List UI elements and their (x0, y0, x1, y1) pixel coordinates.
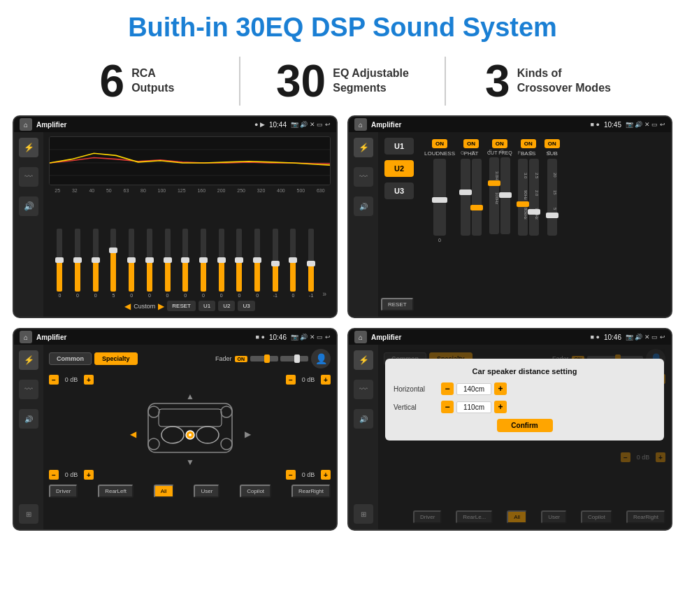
rear-left-plus[interactable]: + (84, 470, 94, 480)
screen2-u1-btn[interactable]: U1 (384, 138, 414, 155)
rear-right-val: 0 dB (298, 471, 319, 478)
screen4-title: Amplifier (371, 334, 586, 341)
screen3-filter-icon: ⚡ (24, 355, 34, 365)
u3-button[interactable]: U3 (238, 301, 254, 311)
settings-avatar[interactable]: 👤 (311, 349, 331, 368)
eq-prev-arrow[interactable]: ◀ (124, 301, 131, 311)
tab-common[interactable]: Common (49, 352, 92, 365)
eq-next-arrow[interactable]: ▶ (158, 301, 164, 311)
screen4-main-area: Common Specialty Fader ON 👤 (378, 345, 671, 529)
reset-button[interactable]: RESET (167, 301, 196, 311)
screen1-card: ⌂ Amplifier ● ▶ 10:44 📷 🔊 ✕ ▭ ↩ ⚡ 〰 🔊 (13, 115, 338, 318)
screen2-reset-btn[interactable]: RESET (381, 298, 414, 311)
bass-slider-g[interactable]: G 2.5 2.0 70kHz (529, 159, 539, 236)
cutfreq-thumb-f (488, 180, 500, 186)
screen3-vol-btn[interactable]: 🔊 (19, 409, 38, 429)
screen2-home-icon[interactable]: ⌂ (354, 118, 367, 131)
screen3-filter-btn[interactable]: ⚡ (19, 350, 38, 370)
eq-slider-1[interactable]: 0 (70, 229, 86, 298)
screen4-home-icon[interactable]: ⌂ (354, 331, 367, 343)
u1-button[interactable]: U1 (199, 301, 215, 311)
eq-slider-3[interactable]: 5 (106, 229, 122, 298)
stat-number-crossover: 3 (485, 59, 510, 103)
screen4-filter-btn[interactable]: ⚡ (354, 350, 373, 370)
rearright-btn[interactable]: RearRight (291, 485, 331, 498)
svg-point-11 (221, 406, 232, 417)
screen4-expand-icon: ⊞ (361, 510, 366, 518)
phat-slider-f[interactable]: F (472, 159, 482, 236)
front-right-plus[interactable]: + (321, 375, 331, 385)
eq-slider-8[interactable]: 0 (196, 229, 212, 298)
front-right-minus[interactable]: − (286, 375, 296, 385)
confirm-button[interactable]: Confirm (497, 419, 553, 432)
eq-slider-6[interactable]: 0 (159, 229, 175, 298)
loudness-thumb (432, 197, 447, 203)
rearleft-btn[interactable]: RearLeft (98, 485, 134, 498)
screen4-expand-btn[interactable]: ⊞ (354, 504, 373, 524)
screen3-wave-btn[interactable]: 〰 (19, 380, 38, 399)
screen2-wave-btn[interactable]: 〰 (354, 167, 373, 187)
screen4-time: 10:46 (604, 334, 621, 341)
eq-filter-btn[interactable]: ⚡ (19, 138, 38, 157)
eq-volume-btn[interactable]: 🔊 (19, 196, 38, 216)
screen4-wave-btn[interactable]: 〰 (354, 380, 373, 399)
screen2-body: ⚡ 〰 🔊 U1 U2 U3 RESET O (349, 132, 671, 317)
sub-thumb-g (546, 213, 558, 218)
horizontal-minus-btn[interactable]: − (441, 382, 454, 395)
rear-right-plus[interactable]: + (321, 470, 331, 480)
eq-slider-2[interactable]: 0 (87, 229, 103, 298)
screen2-u-buttons: U1 U2 U3 RESET (378, 132, 420, 317)
bass-thumb-f (517, 201, 529, 207)
wave-icon: 〰 (24, 172, 33, 182)
screen2-vol-btn[interactable]: 🔊 (354, 196, 373, 216)
cutfreq-slider-g[interactable]: G (500, 157, 510, 234)
phat-slider-g[interactable]: G (461, 159, 470, 236)
loudness-slider[interactable] (433, 159, 446, 236)
sub-slider-g[interactable]: G 20 15 5 (547, 159, 557, 236)
eq-slider-10[interactable]: 0 (231, 229, 247, 298)
driver-btn[interactable]: Driver (49, 485, 78, 498)
screen3-card: ⌂ Amplifier ■ ● 10:46 📷 🔊 ✕ ▭ ↩ ⚡ 〰 🔊 ⊞ (13, 328, 338, 531)
eq-slider-0[interactable]: 0 (52, 229, 68, 298)
front-left-plus[interactable]: + (84, 375, 94, 385)
speaker-spacer (162, 374, 218, 385)
eq-sliders-row[interactable]: 0 0 0 5 0 (49, 196, 331, 298)
screen2-u2-btn[interactable]: U2 (384, 160, 414, 177)
eq-slider-9[interactable]: 0 (213, 229, 229, 298)
screen2-filter-btn[interactable]: ⚡ (354, 138, 373, 157)
stat-rca: 6 RCA Outputs (42, 59, 232, 103)
svg-rect-5 (159, 409, 222, 427)
stat-crossover: 3 Kinds of Crossover Modes (453, 59, 643, 103)
eq-slider-14[interactable]: -1 (303, 229, 319, 298)
all-btn[interactable]: All (154, 485, 174, 498)
screen4-body: ⚡ 〰 🔊 ⊞ Common Specialty (349, 345, 671, 529)
eq-wave-btn[interactable]: 〰 (19, 167, 38, 187)
eq-slider-11[interactable]: 0 (250, 229, 266, 298)
user-btn[interactable]: User (194, 485, 219, 498)
eq-slider-4[interactable]: 0 (124, 229, 140, 298)
fader-sliders[interactable] (250, 356, 308, 361)
screen3-home-icon[interactable]: ⌂ (20, 331, 32, 343)
eq-slider-13[interactable]: 0 (285, 229, 301, 298)
bass-slider-f[interactable]: F 3.0 90Hz 80kHz (518, 159, 528, 236)
copilot-btn[interactable]: Copilot (240, 485, 271, 498)
bass-thumb-g (528, 209, 540, 215)
screen2-u3-btn[interactable]: U3 (384, 182, 414, 199)
screen3-expand-btn[interactable]: ⊞ (19, 504, 38, 524)
tab-specialty[interactable]: Specialty (94, 352, 138, 365)
eq-slider-12[interactable]: -1 (267, 229, 283, 298)
home-icon[interactable]: ⌂ (20, 118, 32, 131)
eq-slider-5[interactable]: 0 (142, 229, 158, 298)
horizontal-plus-btn[interactable]: + (494, 382, 507, 395)
vertical-plus-btn[interactable]: + (494, 401, 507, 413)
front-left-minus[interactable]: − (49, 375, 59, 385)
eq-slider-7[interactable]: 0 (178, 229, 194, 298)
vertical-minus-btn[interactable]: − (441, 401, 454, 413)
horizontal-ctrl: − 140cm + (441, 382, 507, 395)
u2-button[interactable]: U2 (218, 301, 235, 311)
rear-right-minus[interactable]: − (286, 470, 296, 480)
screen4-vol-btn[interactable]: 🔊 (354, 409, 373, 429)
rear-left-minus[interactable]: − (49, 470, 59, 480)
cutfreq-slider-f[interactable]: F 3.0Hz 100Hz (489, 157, 499, 234)
screen4-status-dots: ■ ● (591, 334, 600, 341)
